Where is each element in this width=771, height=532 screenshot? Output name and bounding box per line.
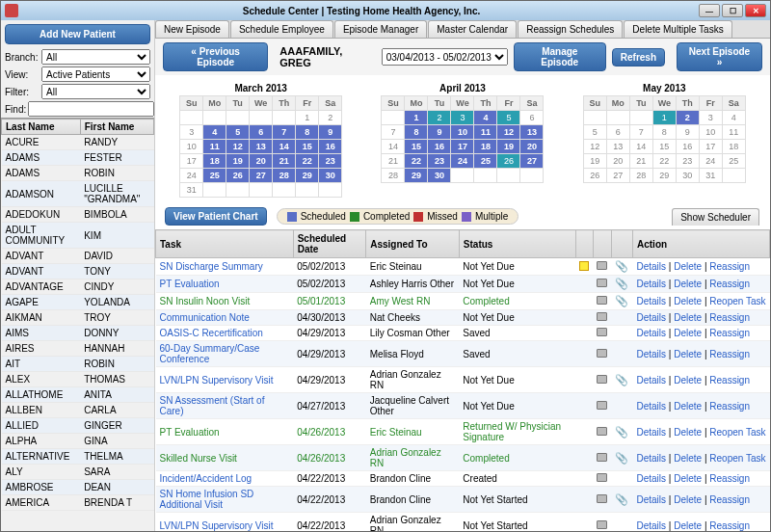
- calendar-day[interactable]: 30: [319, 169, 342, 183]
- calendar-day[interactable]: 20: [250, 154, 273, 169]
- patient-row[interactable]: ADVANTAGECINDY: [2, 279, 154, 295]
- patient-row[interactable]: ADVANTTONY: [2, 264, 154, 279]
- task-link[interactable]: LVN/LPN Supervisory Visit: [160, 520, 274, 531]
- print-icon[interactable]: [597, 261, 607, 270]
- attachment-icon[interactable]: 📎: [615, 260, 628, 272]
- calendar-day[interactable]: 18: [722, 140, 745, 154]
- close-button[interactable]: ✕: [745, 4, 766, 17]
- print-icon[interactable]: [597, 453, 607, 462]
- calendar-day[interactable]: [497, 169, 520, 183]
- action-delete[interactable]: Delete: [674, 349, 702, 359]
- attachment-icon[interactable]: 📎: [615, 278, 628, 289]
- action-details[interactable]: Details: [636, 473, 666, 484]
- action-reassign[interactable]: Reassign: [709, 375, 750, 386]
- patient-row[interactable]: ADAMSONLUCILLE "GRANDMA": [2, 181, 154, 207]
- calendar-day[interactable]: 23: [428, 154, 451, 169]
- patient-row[interactable]: ADAMSROBIN: [2, 166, 154, 181]
- calendar-day[interactable]: 12: [226, 140, 250, 154]
- action-reassign[interactable]: Reassign: [709, 261, 750, 272]
- calendar-day[interactable]: 22: [652, 154, 676, 169]
- action-details[interactable]: Details: [636, 375, 666, 386]
- patient-row[interactable]: ADULT COMMUNITYKIM: [2, 223, 154, 249]
- task-link[interactable]: SN Insulin Noon Visit: [160, 296, 251, 306]
- calendar-day[interactable]: 8: [652, 125, 676, 140]
- episode-date-select[interactable]: 03/04/2013 - 05/02/2013: [382, 48, 508, 66]
- calendar-day[interactable]: 14: [382, 140, 405, 154]
- patient-list[interactable]: Last Name First Name ACURERANDYADAMSFEST…: [1, 118, 154, 531]
- print-icon[interactable]: [597, 296, 607, 305]
- tab-episode-manager[interactable]: Episode Manager: [334, 20, 427, 38]
- calendar-day[interactable]: 31: [180, 183, 203, 198]
- attachment-icon[interactable]: 📎: [615, 426, 628, 438]
- print-icon[interactable]: [597, 473, 607, 482]
- calendar-day[interactable]: 28: [273, 169, 296, 183]
- action-delete[interactable]: Delete: [674, 328, 702, 338]
- calendar-day[interactable]: 8: [405, 125, 428, 140]
- calendar-day[interactable]: 22: [405, 154, 428, 169]
- calendar-day[interactable]: 29: [652, 169, 676, 183]
- calendar-day[interactable]: 15: [405, 140, 428, 154]
- action-reassign[interactable]: Reassign: [709, 279, 750, 289]
- calendar-day[interactable]: [451, 169, 474, 183]
- action-details[interactable]: Details: [636, 520, 666, 531]
- calendar-day[interactable]: 2: [319, 111, 342, 125]
- grid-header[interactable]: Scheduled Date: [293, 230, 366, 258]
- calendar-day[interactable]: 19: [226, 154, 250, 169]
- calendar-day[interactable]: 1: [405, 111, 428, 125]
- action-reopen[interactable]: Reopen Task: [709, 453, 765, 464]
- calendar-day[interactable]: 3: [451, 111, 474, 125]
- view-patient-chart-button[interactable]: View Patient Chart: [165, 207, 267, 226]
- calendar-day[interactable]: 10: [699, 125, 722, 140]
- calendar-day[interactable]: 15: [652, 140, 676, 154]
- calendar-day[interactable]: 16: [319, 140, 342, 154]
- action-delete[interactable]: Delete: [674, 261, 702, 272]
- calendar-day[interactable]: 18: [474, 140, 497, 154]
- action-delete[interactable]: Delete: [674, 279, 702, 289]
- calendar-day[interactable]: 13: [606, 140, 629, 154]
- find-input[interactable]: [28, 101, 154, 117]
- calendar-day[interactable]: 11: [722, 125, 745, 140]
- maximize-button[interactable]: ☐: [722, 4, 743, 17]
- calendar-day[interactable]: 4: [203, 125, 226, 140]
- manage-episode-button[interactable]: Manage Episode: [514, 42, 606, 71]
- calendar-day[interactable]: 16: [676, 140, 699, 154]
- calendar-day[interactable]: 27: [250, 169, 273, 183]
- minimize-button[interactable]: —: [699, 4, 720, 17]
- task-link[interactable]: SN Discharge Summary: [160, 261, 263, 272]
- calendar-day[interactable]: 5: [226, 125, 250, 140]
- calendar-day[interactable]: 21: [382, 154, 405, 169]
- action-details[interactable]: Details: [636, 312, 666, 323]
- tab-new-episode[interactable]: New Episode: [155, 20, 229, 38]
- grid-header[interactable]: Action: [632, 230, 769, 258]
- calendar-day[interactable]: 26: [583, 169, 606, 183]
- grid-header[interactable]: Assigned To: [366, 230, 460, 258]
- calendar-day[interactable]: 14: [629, 140, 652, 154]
- action-reassign[interactable]: Reassign: [709, 473, 750, 484]
- patient-row[interactable]: ALLATHOMEANITA: [2, 387, 154, 403]
- action-delete[interactable]: Delete: [674, 375, 702, 386]
- calendar-day[interactable]: [629, 111, 652, 125]
- calendar-day[interactable]: 25: [474, 154, 497, 169]
- calendar-day[interactable]: 2: [676, 111, 699, 125]
- patient-row[interactable]: ACURERANDY: [2, 135, 154, 150]
- calendar-day[interactable]: 9: [319, 125, 342, 140]
- tab-master-calendar[interactable]: Master Calendar: [428, 20, 517, 38]
- calendar-day[interactable]: 22: [296, 154, 319, 169]
- calendar-day[interactable]: 24: [451, 154, 474, 169]
- calendar-day[interactable]: 20: [606, 154, 629, 169]
- calendar-day[interactable]: 17: [699, 140, 722, 154]
- grid-header[interactable]: [593, 230, 611, 258]
- calendar-day[interactable]: [273, 183, 296, 198]
- col-first-name[interactable]: First Name: [80, 120, 153, 135]
- calendar-day[interactable]: 7: [382, 125, 405, 140]
- grid-header[interactable]: Status: [459, 230, 575, 258]
- patient-row[interactable]: ALLBENCARLA: [2, 403, 154, 418]
- grid-header[interactable]: Task: [156, 230, 294, 258]
- calendar-day[interactable]: 11: [474, 125, 497, 140]
- calendar-day[interactable]: 27: [520, 154, 544, 169]
- print-icon[interactable]: [597, 520, 607, 529]
- view-select[interactable]: Active Patients: [41, 66, 150, 82]
- action-details[interactable]: Details: [636, 296, 666, 306]
- patient-row[interactable]: ALTERNATIVETHELMA: [2, 449, 154, 465]
- action-delete[interactable]: Delete: [674, 473, 702, 484]
